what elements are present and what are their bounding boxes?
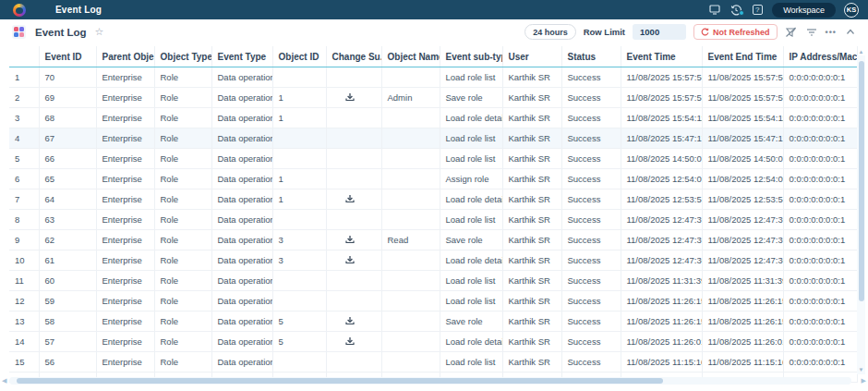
column-header-object_type[interactable]: Object Type [154, 46, 211, 67]
horizontal-scroll-left-arrow[interactable]: ◀ [2, 377, 6, 385]
column-header-event_id[interactable]: Event ID [39, 46, 96, 67]
cell-user: Karthik SR [502, 291, 561, 312]
cell-event_type: Data operation [211, 169, 272, 189]
cell-parent_object: Enterprise [96, 312, 154, 332]
cell-ip: 0:0:0:0:0:0:0:1 [783, 88, 857, 108]
vertical-scroll-up-arrow[interactable]: ▲ [857, 48, 865, 55]
table-row[interactable]: 1160EnterpriseRoleData operationLoad rol… [9, 271, 857, 291]
cell-event_id: 70 [39, 67, 96, 88]
cell-event_time: 11/08/2025 14:50:07 [621, 149, 702, 169]
cell-object_name [381, 312, 440, 332]
cell-event_subtype: Load role detail [440, 250, 502, 271]
cell-num: 3 [9, 108, 39, 128]
cell-event_type: Data operation [211, 210, 272, 230]
monitor-icon[interactable] [708, 4, 721, 17]
horizontal-scrollbar[interactable] [9, 377, 851, 385]
column-header-event_end_time[interactable]: Event End Time [702, 46, 783, 67]
table-row[interactable]: 1061EnterpriseRoleData operation3Load ro… [9, 250, 857, 271]
cell-parent_object: Enterprise [96, 108, 154, 128]
help-icon[interactable]: ? [751, 4, 764, 17]
column-header-object_id[interactable]: Object ID [272, 46, 326, 67]
download-change-summary-icon[interactable] [345, 316, 355, 327]
cell-event_type: Data operation [211, 128, 272, 149]
cell-num: 6 [9, 169, 39, 189]
column-header-ip[interactable]: IP Address/Machine [783, 46, 857, 67]
table-row[interactable]: 764EnterpriseRoleData operation1Load rol… [9, 189, 857, 210]
download-change-summary-icon[interactable] [345, 194, 355, 205]
cell-event_subtype: Assign role [440, 169, 502, 189]
filter-off-icon[interactable] [785, 26, 798, 39]
table-row[interactable]: 170EnterpriseRoleData operationLoad role… [9, 67, 857, 88]
cell-parent_object: Enterprise [96, 271, 154, 291]
column-header-status[interactable]: Status [561, 46, 621, 67]
download-change-summary-icon[interactable] [345, 255, 355, 266]
cell-object_name: Read [381, 230, 440, 250]
table-row[interactable]: 665EnterpriseRoleData operation1Assign r… [9, 169, 857, 189]
download-change-summary-icon[interactable] [345, 336, 355, 348]
cell-num: 13 [9, 312, 39, 332]
cell-ip: 0:0:0:0:0:0:0:1 [783, 67, 857, 88]
table-row[interactable]: 368EnterpriseRoleData operation1Load rol… [9, 108, 857, 128]
table-row[interactable]: 962EnterpriseRoleData operation3ReadSave… [9, 230, 857, 250]
vertical-scroll-down-arrow[interactable]: ▼ [857, 366, 865, 373]
cell-ip: 0:0:0:0:0:0:0:1 [783, 271, 857, 291]
cell-event_type: Data operation [211, 230, 272, 250]
refresh-status-button[interactable]: Not Refreshed [693, 24, 778, 40]
column-header-num [9, 46, 39, 67]
column-header-object_name[interactable]: Object Name [381, 46, 440, 67]
history-icon[interactable] [729, 4, 742, 17]
workspace-button[interactable]: Workspace [772, 3, 836, 18]
table-row[interactable]: 1556EnterpriseRoleData operationLoad rol… [9, 352, 857, 373]
table-row[interactable]: 863EnterpriseRoleData operationLoad role… [9, 210, 857, 230]
cell-num: 12 [9, 291, 39, 312]
table-row[interactable]: 269EnterpriseRoleData operation1AdminSav… [9, 88, 857, 108]
vertical-scrollbar[interactable] [857, 55, 865, 374]
table-row[interactable]: 1457EnterpriseRoleData operation5Load ro… [9, 332, 857, 352]
table-row[interactable]: 467EnterpriseRoleData operationLoad role… [9, 128, 857, 149]
cell-event_time: 11/08/2025 12:53:53 [621, 189, 702, 210]
refresh-icon [701, 28, 709, 36]
cell-object_type: Role [154, 230, 211, 250]
user-avatar[interactable]: KS [844, 3, 859, 18]
download-change-summary-icon[interactable] [345, 235, 355, 246]
cell-event_type: Data operation [211, 108, 272, 128]
time-range-selector[interactable]: 24 hours [524, 24, 576, 40]
download-change-summary-icon[interactable] [345, 92, 355, 104]
cell-event_subtype: Load role detail [440, 108, 502, 128]
vertical-scroll-thumb[interactable] [859, 61, 864, 301]
cell-user: Karthik SR [502, 88, 561, 108]
cell-event_id: 58 [39, 312, 96, 332]
cell-change_summary [326, 149, 381, 169]
cell-event_id: 66 [39, 149, 96, 169]
favorite-star-icon[interactable]: ☆ [95, 26, 104, 38]
column-header-event_subtype[interactable]: Event sub-type [440, 46, 502, 67]
collapse-chevron-icon[interactable] [844, 26, 857, 39]
cell-user: Karthik SR [502, 169, 561, 189]
column-header-change_summary[interactable]: Change Su... [326, 46, 381, 67]
table-row[interactable]: 1259EnterpriseRoleData operationLoad rol… [9, 291, 857, 312]
horizontal-scroll-right-arrow[interactable]: ▶ [862, 377, 866, 385]
table-row[interactable]: 1358EnterpriseRoleData operation5Save ro… [9, 312, 857, 332]
cell-parent_object: Enterprise [96, 250, 154, 271]
cell-object_name [381, 169, 440, 189]
column-header-event_type[interactable]: Event Type [211, 46, 272, 67]
table-row[interactable]: 566EnterpriseRoleData operationLoad role… [9, 149, 857, 169]
cell-object_id: 1 [272, 88, 326, 108]
row-limit-input[interactable] [633, 24, 686, 40]
cell-event_type: Data operation [211, 67, 272, 88]
cell-object_name [381, 189, 440, 210]
more-options-icon[interactable]: ••• [826, 28, 837, 37]
cell-event_type: Data operation [211, 352, 272, 373]
cell-parent_object: Enterprise [96, 352, 154, 373]
cell-change_summary [326, 250, 381, 271]
cell-object_id: 1 [272, 108, 326, 128]
filter-lines-icon[interactable] [805, 26, 818, 39]
horizontal-scroll-thumb[interactable] [17, 378, 663, 384]
cell-object_id: 5 [272, 332, 326, 352]
row-limit-label: Row Limit [584, 27, 625, 37]
column-header-user[interactable]: User [502, 46, 561, 67]
column-header-event_time[interactable]: Event Time [621, 46, 702, 67]
cell-event_end_time: 11/08/2025 12:47:30 [702, 250, 783, 271]
cell-object_name [381, 352, 440, 373]
column-header-parent_object[interactable]: Parent Obje... [96, 46, 154, 67]
